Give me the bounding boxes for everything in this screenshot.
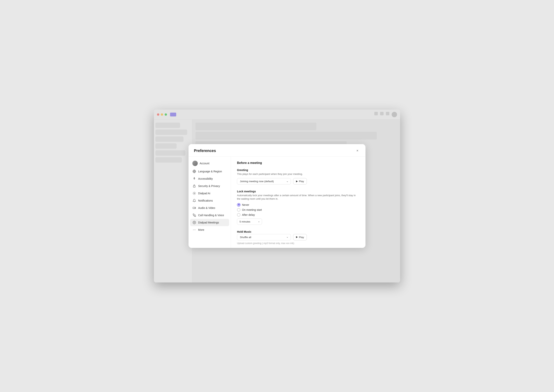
radio-never[interactable]: Never — [237, 203, 359, 207]
lock-meetings-desc: Automatically lock your meetings after a… — [237, 194, 359, 201]
greeting-label: Greeting — [237, 168, 359, 172]
nav-label-account: Account — [200, 162, 209, 165]
ai-icon — [192, 191, 196, 195]
nav-label-security: Security & Privacy — [198, 184, 220, 188]
account-avatar-icon — [192, 161, 198, 166]
nav-label-more: More — [198, 228, 204, 231]
lock-meetings-section: Lock meetings Automatically lock your me… — [237, 190, 359, 225]
radio-on-start[interactable]: On meeting start — [237, 208, 359, 211]
dialog-title: Preferences — [194, 148, 216, 153]
radio-never-circle — [237, 203, 240, 207]
hold-music-select[interactable]: Shuffle all None Custom — [237, 234, 291, 240]
greeting-play-label: Play — [299, 180, 304, 183]
nav-label-call-handling: Call Handling & Voice — [198, 214, 224, 217]
greeting-select-row: Joining meeting now (default) Custom gre… — [237, 178, 359, 184]
more-icon — [192, 228, 196, 232]
svg-point-9 — [195, 230, 195, 230]
main-panel: Before a meeting Greeting This plays for… — [231, 157, 366, 248]
delay-select[interactable]: 1 minute 2 minutes 5 minutes 10 minutes … — [237, 218, 262, 225]
preferences-dialog: Preferences × Account — [188, 144, 366, 248]
lock-icon — [192, 184, 196, 188]
nav-item-notifications[interactable]: Notifications — [190, 197, 229, 204]
hold-music-play-button[interactable]: Play — [293, 234, 307, 240]
svg-point-1 — [194, 177, 195, 178]
dialog-overlay: Preferences × Account — [154, 110, 400, 282]
nav-item-language[interactable]: Language & Region — [190, 168, 229, 175]
nav-label-accessibility: Accessibility — [198, 177, 213, 180]
greeting-section: Greeting This plays for each participant… — [237, 168, 359, 184]
radio-after-delay-label: After delay — [242, 213, 255, 216]
greeting-select-wrapper: Joining meeting now (default) Custom gre… — [237, 178, 291, 184]
language-icon — [192, 169, 196, 173]
radio-after-delay[interactable]: After delay — [237, 213, 359, 217]
nav-item-call-handling[interactable]: Call Handling & Voice — [190, 211, 229, 219]
greeting-select[interactable]: Joining meeting now (default) Custom gre… — [237, 178, 291, 184]
lock-meetings-radio-group: Never On meeting start After delay — [237, 203, 359, 217]
hold-music-play-triangle-icon — [296, 236, 298, 238]
svg-point-5 — [193, 221, 196, 224]
bell-icon — [192, 199, 196, 203]
lock-meetings-label: Lock meetings — [237, 190, 359, 193]
nav-label-dialpad-ai: Dialpad Ai — [198, 192, 210, 195]
call-icon — [192, 213, 196, 217]
accessibility-icon — [192, 177, 196, 181]
nav-label-dialpad-meetings: Dialpad Meetings — [198, 221, 219, 224]
nav-item-dialpad-ai[interactable]: Dialpad Ai — [190, 190, 229, 197]
hold-music-section: Hold Music Shuffle all None Custom — [237, 230, 359, 245]
radio-after-delay-circle — [237, 213, 240, 217]
radio-on-start-circle — [237, 208, 240, 211]
app-window: Preferences × Account — [154, 110, 400, 282]
greeting-desc: This plays for each participant when the… — [237, 172, 359, 176]
nav-item-security[interactable]: Security & Privacy — [190, 182, 229, 190]
svg-point-8 — [194, 230, 194, 230]
nav-label-language: Language & Region — [198, 170, 222, 173]
svg-point-7 — [193, 230, 194, 230]
svg-point-6 — [194, 222, 195, 223]
dialog-body: Account Language & Region — [188, 157, 366, 248]
dialog-header: Preferences × — [188, 144, 366, 157]
preferences-nav: Account Language & Region — [188, 157, 231, 248]
hold-music-select-row: Shuffle all None Custom Play — [237, 234, 359, 240]
nav-label-audio-video: Audio & Video — [198, 206, 215, 210]
meetings-icon — [192, 221, 196, 224]
delay-select-row: 1 minute 2 minutes 5 minutes 10 minutes … — [237, 218, 359, 225]
hold-music-select-wrapper: Shuffle all None Custom — [237, 234, 291, 240]
close-button[interactable]: × — [355, 148, 360, 153]
upload-hint: Upload custom greeting (.mp3 format only… — [237, 242, 359, 245]
nav-label-notifications: Notifications — [198, 199, 213, 202]
nav-item-dialpad-meetings[interactable]: Dialpad Meetings — [190, 219, 229, 226]
hold-music-label: Hold Music — [237, 230, 359, 233]
svg-point-3 — [194, 193, 195, 194]
hold-music-play-label: Play — [299, 236, 304, 239]
svg-rect-4 — [193, 207, 195, 209]
svg-rect-2 — [193, 186, 195, 187]
nav-item-account[interactable]: Account — [190, 159, 229, 168]
section-title: Before a meeting — [237, 161, 359, 165]
radio-on-start-label: On meeting start — [242, 208, 262, 211]
nav-item-more[interactable]: More — [190, 226, 229, 233]
video-icon — [192, 206, 196, 210]
play-triangle-icon — [296, 181, 298, 182]
nav-item-audio-video[interactable]: Audio & Video — [190, 204, 229, 211]
greeting-play-button[interactable]: Play — [293, 178, 307, 184]
nav-item-accessibility[interactable]: Accessibility — [190, 175, 229, 182]
radio-never-label: Never — [242, 203, 249, 206]
delay-select-wrapper: 1 minute 2 minutes 5 minutes 10 minutes … — [237, 218, 262, 225]
